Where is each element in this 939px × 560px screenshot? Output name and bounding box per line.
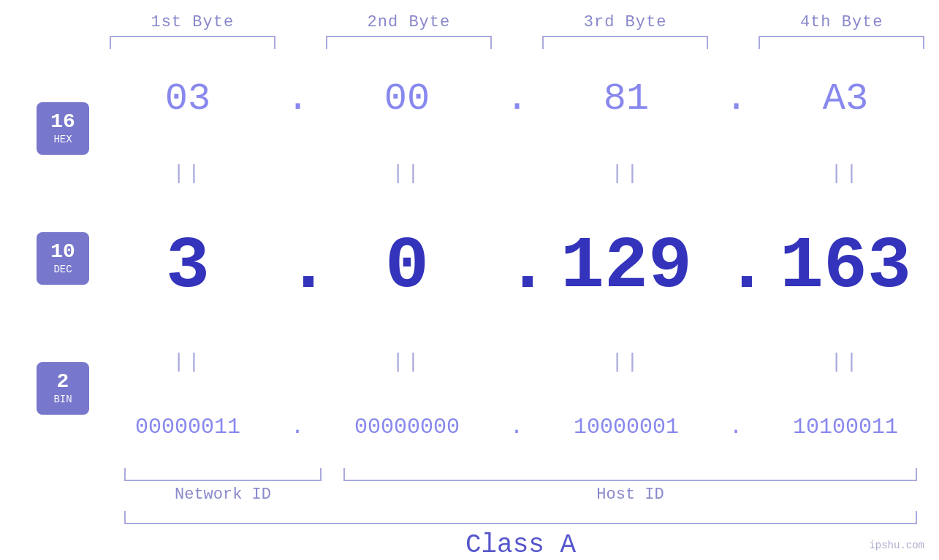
pipe-cell-4: || [747,162,939,185]
bin-badge-label: BIN [53,394,72,406]
dec-val-2: 0 [385,231,429,304]
hex-cell-4: A3 [747,77,939,120]
hex-val-2: 00 [384,77,430,120]
header-row: 1st Byte 2nd Byte 3rd Byte 4th Byte [0,0,939,49]
hex-sep-2: . [506,77,528,120]
byte-col-3: 3rd Byte [528,13,723,49]
byte-label-1: 1st Byte [151,13,234,31]
host-id-label: Host ID [343,486,917,504]
bracket-network-id [124,468,322,481]
badges-column: 16 HEX 10 DEC 2 BIN [37,49,89,468]
dec-cell-1: 3 [89,231,286,304]
byte-label-4: 4th Byte [800,13,883,31]
hex-val-4: A3 [823,77,868,120]
pipe-cell-1: || [89,162,286,185]
dec-val-4: 163 [780,231,911,304]
values-area: 03 . 00 . 81 . A3 [89,49,939,468]
hex-badge-num: 16 [50,112,75,132]
pipe-row-1: || || || || [89,162,939,185]
hex-cell-3: 81 [528,77,725,120]
bin-sep-2: . [506,415,528,440]
bin-sep-1: . [286,415,308,440]
class-row: Class A [0,511,939,560]
dec-cell-4: 163 [747,231,939,304]
bin-badge-num: 2 [57,372,69,392]
bin-cell-2: 00000000 [308,415,506,440]
bottom-section: Network ID Host ID [0,468,939,504]
dec-sep-1: . [286,226,308,309]
bin-val-3: 10000001 [574,415,679,440]
main-area: 16 HEX 10 DEC 2 BIN 03 . [0,49,939,468]
pipe2-cell-3: || [528,350,725,373]
bracket-top-2 [326,36,492,49]
byte-col-4: 4th Byte [744,13,939,49]
class-label: Class A [124,530,917,560]
bracket-host-id [343,468,917,481]
bin-cell-3: 10000001 [528,415,725,440]
byte-label-3: 3rd Byte [584,13,667,31]
pipe2-cell-1: || [89,350,286,373]
watermark: ipshu.com [869,540,924,551]
bin-cell-4: 10100011 [747,415,939,440]
pipe2-cell-2: || [308,350,506,373]
pipe-cell-3: || [528,162,725,185]
hex-badge: 16 HEX [37,102,89,155]
byte-label-2: 2nd Byte [368,13,451,31]
hex-cell-2: 00 [308,77,506,120]
bin-badge: 2 BIN [37,362,89,415]
pipe-cell-2: || [308,162,506,185]
bin-cell-1: 00000011 [89,415,286,440]
class-bracket-line [124,511,917,524]
main-container: 1st Byte 2nd Byte 3rd Byte 4th Byte 16 H… [0,0,939,560]
dec-val-1: 3 [166,231,210,304]
bin-row: 00000011 . 00000000 . 10000001 . [89,415,939,440]
bin-val-1: 00000011 [135,415,240,440]
hex-sep-1: . [286,77,308,120]
hex-badge-label: HEX [53,134,72,146]
bracket-top-3 [542,36,708,49]
dec-cell-3: 129 [528,231,725,304]
dec-badge-label: DEC [53,264,72,276]
dec-cell-2: 0 [308,231,506,304]
pipe-row-2: || || || || [89,350,939,373]
dec-sep-3: . [725,226,747,309]
dec-row: 3 . 0 . 129 . 163 [89,226,939,309]
hex-val-1: 03 [165,77,210,120]
bin-val-2: 00000000 [354,415,460,440]
dec-badge: 10 DEC [37,232,89,285]
bracket-bottom-row [124,468,917,481]
bracket-top-1 [110,36,275,49]
byte-col-2: 2nd Byte [311,13,506,49]
bracket-top-4 [759,36,924,49]
hex-sep-3: . [725,77,747,120]
bin-val-4: 10100011 [793,415,898,440]
id-labels-row: Network ID Host ID [124,486,917,504]
dec-sep-2: . [506,226,528,309]
pipe2-cell-4: || [747,350,939,373]
dec-badge-num: 10 [50,242,75,262]
network-id-label: Network ID [124,486,322,504]
hex-row: 03 . 00 . 81 . A3 [89,77,939,120]
bin-sep-3: . [725,415,747,440]
hex-cell-1: 03 [89,77,286,120]
byte-col-1: 1st Byte [95,13,290,49]
dec-val-3: 129 [560,231,692,304]
hex-val-3: 81 [604,77,649,120]
